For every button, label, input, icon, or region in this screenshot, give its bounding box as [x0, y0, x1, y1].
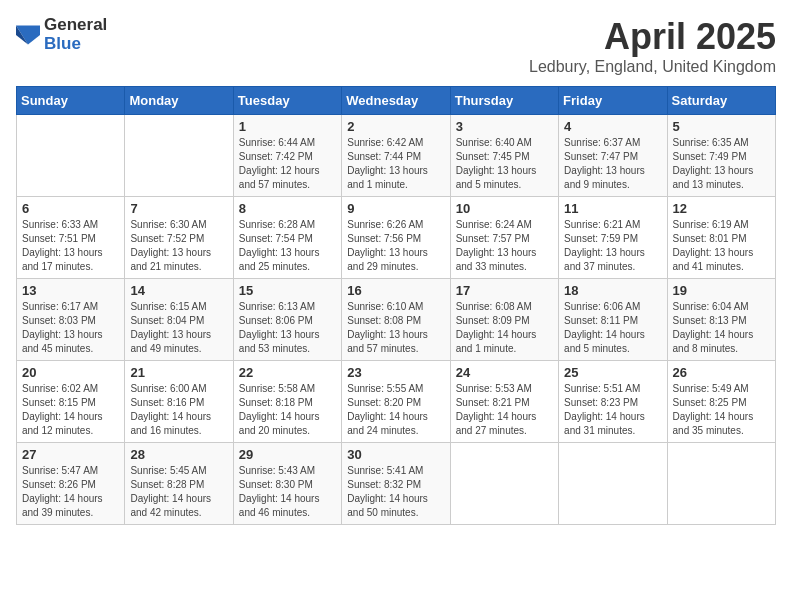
day-info: Sunrise: 6:35 AM Sunset: 7:49 PM Dayligh… [673, 136, 770, 192]
day-number: 22 [239, 365, 336, 380]
calendar-cell: 27Sunrise: 5:47 AM Sunset: 8:26 PM Dayli… [17, 443, 125, 525]
calendar-cell [17, 115, 125, 197]
header-sunday: Sunday [17, 87, 125, 115]
day-number: 11 [564, 201, 661, 216]
day-info: Sunrise: 5:58 AM Sunset: 8:18 PM Dayligh… [239, 382, 336, 438]
day-number: 4 [564, 119, 661, 134]
day-number: 23 [347, 365, 444, 380]
calendar-cell [559, 443, 667, 525]
calendar-cell: 21Sunrise: 6:00 AM Sunset: 8:16 PM Dayli… [125, 361, 233, 443]
header-friday: Friday [559, 87, 667, 115]
day-number: 18 [564, 283, 661, 298]
calendar-cell: 26Sunrise: 5:49 AM Sunset: 8:25 PM Dayli… [667, 361, 775, 443]
day-info: Sunrise: 6:30 AM Sunset: 7:52 PM Dayligh… [130, 218, 227, 274]
day-info: Sunrise: 6:42 AM Sunset: 7:44 PM Dayligh… [347, 136, 444, 192]
day-info: Sunrise: 6:06 AM Sunset: 8:11 PM Dayligh… [564, 300, 661, 356]
day-info: Sunrise: 6:08 AM Sunset: 8:09 PM Dayligh… [456, 300, 553, 356]
header-wednesday: Wednesday [342, 87, 450, 115]
day-info: Sunrise: 5:43 AM Sunset: 8:30 PM Dayligh… [239, 464, 336, 520]
calendar-cell: 7Sunrise: 6:30 AM Sunset: 7:52 PM Daylig… [125, 197, 233, 279]
day-info: Sunrise: 5:45 AM Sunset: 8:28 PM Dayligh… [130, 464, 227, 520]
day-info: Sunrise: 5:51 AM Sunset: 8:23 PM Dayligh… [564, 382, 661, 438]
day-info: Sunrise: 6:02 AM Sunset: 8:15 PM Dayligh… [22, 382, 119, 438]
logo-icon [16, 25, 40, 45]
day-info: Sunrise: 6:21 AM Sunset: 7:59 PM Dayligh… [564, 218, 661, 274]
day-info: Sunrise: 6:24 AM Sunset: 7:57 PM Dayligh… [456, 218, 553, 274]
calendar-cell: 11Sunrise: 6:21 AM Sunset: 7:59 PM Dayli… [559, 197, 667, 279]
day-number: 16 [347, 283, 444, 298]
calendar-title: April 2025 [529, 16, 776, 58]
calendar-week-4: 20Sunrise: 6:02 AM Sunset: 8:15 PM Dayli… [17, 361, 776, 443]
day-number: 15 [239, 283, 336, 298]
calendar-cell: 18Sunrise: 6:06 AM Sunset: 8:11 PM Dayli… [559, 279, 667, 361]
day-number: 9 [347, 201, 444, 216]
day-number: 27 [22, 447, 119, 462]
calendar-cell: 3Sunrise: 6:40 AM Sunset: 7:45 PM Daylig… [450, 115, 558, 197]
day-number: 29 [239, 447, 336, 462]
day-info: Sunrise: 6:19 AM Sunset: 8:01 PM Dayligh… [673, 218, 770, 274]
day-number: 14 [130, 283, 227, 298]
day-number: 28 [130, 447, 227, 462]
day-info: Sunrise: 5:41 AM Sunset: 8:32 PM Dayligh… [347, 464, 444, 520]
logo-general: General [44, 16, 107, 35]
day-number: 12 [673, 201, 770, 216]
day-info: Sunrise: 5:47 AM Sunset: 8:26 PM Dayligh… [22, 464, 119, 520]
day-info: Sunrise: 6:00 AM Sunset: 8:16 PM Dayligh… [130, 382, 227, 438]
day-number: 6 [22, 201, 119, 216]
calendar-cell: 9Sunrise: 6:26 AM Sunset: 7:56 PM Daylig… [342, 197, 450, 279]
calendar-cell: 23Sunrise: 5:55 AM Sunset: 8:20 PM Dayli… [342, 361, 450, 443]
calendar-cell: 25Sunrise: 5:51 AM Sunset: 8:23 PM Dayli… [559, 361, 667, 443]
calendar-week-2: 6Sunrise: 6:33 AM Sunset: 7:51 PM Daylig… [17, 197, 776, 279]
calendar-cell [450, 443, 558, 525]
calendar-cell [125, 115, 233, 197]
calendar-cell: 6Sunrise: 6:33 AM Sunset: 7:51 PM Daylig… [17, 197, 125, 279]
calendar-week-5: 27Sunrise: 5:47 AM Sunset: 8:26 PM Dayli… [17, 443, 776, 525]
day-number: 19 [673, 283, 770, 298]
logo: General Blue [16, 16, 107, 53]
calendar-cell: 30Sunrise: 5:41 AM Sunset: 8:32 PM Dayli… [342, 443, 450, 525]
calendar-cell: 10Sunrise: 6:24 AM Sunset: 7:57 PM Dayli… [450, 197, 558, 279]
calendar-cell: 29Sunrise: 5:43 AM Sunset: 8:30 PM Dayli… [233, 443, 341, 525]
day-info: Sunrise: 6:44 AM Sunset: 7:42 PM Dayligh… [239, 136, 336, 192]
header-tuesday: Tuesday [233, 87, 341, 115]
calendar-week-3: 13Sunrise: 6:17 AM Sunset: 8:03 PM Dayli… [17, 279, 776, 361]
header: General Blue April 2025 Ledbury, England… [16, 16, 776, 76]
calendar-cell: 14Sunrise: 6:15 AM Sunset: 8:04 PM Dayli… [125, 279, 233, 361]
day-number: 5 [673, 119, 770, 134]
calendar-cell: 22Sunrise: 5:58 AM Sunset: 8:18 PM Dayli… [233, 361, 341, 443]
day-number: 21 [130, 365, 227, 380]
calendar-cell: 24Sunrise: 5:53 AM Sunset: 8:21 PM Dayli… [450, 361, 558, 443]
day-info: Sunrise: 6:37 AM Sunset: 7:47 PM Dayligh… [564, 136, 661, 192]
day-info: Sunrise: 6:40 AM Sunset: 7:45 PM Dayligh… [456, 136, 553, 192]
logo-blue: Blue [44, 35, 107, 54]
day-number: 30 [347, 447, 444, 462]
day-info: Sunrise: 6:04 AM Sunset: 8:13 PM Dayligh… [673, 300, 770, 356]
calendar-cell [667, 443, 775, 525]
calendar-cell: 16Sunrise: 6:10 AM Sunset: 8:08 PM Dayli… [342, 279, 450, 361]
day-number: 25 [564, 365, 661, 380]
day-info: Sunrise: 6:10 AM Sunset: 8:08 PM Dayligh… [347, 300, 444, 356]
calendar-week-1: 1Sunrise: 6:44 AM Sunset: 7:42 PM Daylig… [17, 115, 776, 197]
calendar-cell: 4Sunrise: 6:37 AM Sunset: 7:47 PM Daylig… [559, 115, 667, 197]
calendar-cell: 13Sunrise: 6:17 AM Sunset: 8:03 PM Dayli… [17, 279, 125, 361]
day-info: Sunrise: 6:15 AM Sunset: 8:04 PM Dayligh… [130, 300, 227, 356]
calendar-cell: 19Sunrise: 6:04 AM Sunset: 8:13 PM Dayli… [667, 279, 775, 361]
calendar-cell: 8Sunrise: 6:28 AM Sunset: 7:54 PM Daylig… [233, 197, 341, 279]
day-number: 7 [130, 201, 227, 216]
day-number: 24 [456, 365, 553, 380]
day-info: Sunrise: 5:49 AM Sunset: 8:25 PM Dayligh… [673, 382, 770, 438]
day-info: Sunrise: 6:17 AM Sunset: 8:03 PM Dayligh… [22, 300, 119, 356]
day-info: Sunrise: 5:53 AM Sunset: 8:21 PM Dayligh… [456, 382, 553, 438]
calendar-table: Sunday Monday Tuesday Wednesday Thursday… [16, 86, 776, 525]
day-number: 13 [22, 283, 119, 298]
day-info: Sunrise: 6:28 AM Sunset: 7:54 PM Dayligh… [239, 218, 336, 274]
calendar-cell: 2Sunrise: 6:42 AM Sunset: 7:44 PM Daylig… [342, 115, 450, 197]
title-area: April 2025 Ledbury, England, United King… [529, 16, 776, 76]
day-number: 26 [673, 365, 770, 380]
calendar-cell: 17Sunrise: 6:08 AM Sunset: 8:09 PM Dayli… [450, 279, 558, 361]
day-number: 1 [239, 119, 336, 134]
day-info: Sunrise: 6:26 AM Sunset: 7:56 PM Dayligh… [347, 218, 444, 274]
header-saturday: Saturday [667, 87, 775, 115]
calendar-cell: 20Sunrise: 6:02 AM Sunset: 8:15 PM Dayli… [17, 361, 125, 443]
day-number: 17 [456, 283, 553, 298]
